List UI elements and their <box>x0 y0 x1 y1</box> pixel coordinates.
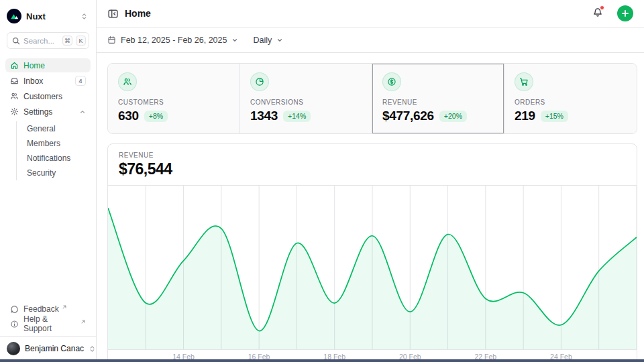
notifications-button[interactable] <box>592 7 603 20</box>
notification-dot <box>600 5 604 10</box>
plus-icon <box>621 9 629 17</box>
sidebar-item-members[interactable]: Members <box>23 136 91 151</box>
sidebar-item-label: Inbox <box>23 76 70 86</box>
chart-plot[interactable] <box>108 186 637 350</box>
search-icon <box>12 37 20 45</box>
chart-metric-label: REVENUE <box>119 152 626 159</box>
user-name: Benjamin Canac <box>25 344 84 353</box>
stats-row: CUSTOMERS 630 +8% CONVERSIONS 1343 +14% <box>107 63 637 134</box>
sidebar-item-notifications[interactable]: Notifications <box>23 151 91 166</box>
external-link-icon <box>80 319 86 324</box>
sidebar-item-label: Home <box>23 61 86 70</box>
date-range-picker[interactable]: Feb 12, 2025 - Feb 26, 2025 <box>107 36 238 45</box>
stat-card-revenue[interactable]: REVENUE $477,626 +20% <box>372 64 504 133</box>
settings-subnav: General Members Notifications Security <box>16 121 91 180</box>
stat-card-conversions[interactable]: CONVERSIONS 1343 +14% <box>240 64 372 133</box>
stat-value: 1343 <box>250 109 278 123</box>
revenue-chart-svg <box>108 186 637 350</box>
nuxt-logo <box>7 9 21 23</box>
inbox-icon <box>10 76 19 85</box>
stat-delta-badge: +14% <box>283 111 311 122</box>
stat-card-orders[interactable]: ORDERS 219 +15% <box>504 64 637 133</box>
sidebar-item-security[interactable]: Security <box>23 166 91 180</box>
chart-metric-value: $76,544 <box>119 160 626 178</box>
user-menu[interactable]: Benjamin Canac <box>5 337 91 357</box>
sidebar-item-settings[interactable]: Settings <box>5 105 91 119</box>
sidebar: Nuxt ⌘ K Home <box>0 0 97 362</box>
sidebar-item-label: Settings <box>23 107 74 117</box>
message-bubble-icon <box>10 305 19 314</box>
filters-toolbar: Feb 12, 2025 - Feb 26, 2025 Daily <box>97 27 644 53</box>
stat-value: 630 <box>118 109 139 123</box>
chevron-up-down-icon <box>80 13 88 20</box>
stat-value: 219 <box>515 109 535 123</box>
help-support-link[interactable]: Help & Support <box>5 316 91 331</box>
page-title: Home <box>125 8 586 19</box>
granularity-select[interactable]: Daily <box>253 36 283 45</box>
chevron-down-icon <box>231 37 238 44</box>
stat-label: CONVERSIONS <box>250 99 362 106</box>
chevron-down-icon <box>276 37 283 44</box>
info-circle-icon <box>10 320 19 328</box>
panel-left-close-icon[interactable] <box>107 8 119 19</box>
foot-link-label: Help & Support <box>23 314 78 333</box>
revenue-chart-card: REVENUE $76,544 14 Feb 16 Feb 18 Feb 20 … <box>107 143 637 362</box>
kbd-cmd: ⌘ <box>62 36 72 46</box>
search-input-wrapper[interactable]: ⌘ K <box>7 32 89 49</box>
date-range-label: Feb 12, 2025 - Feb 26, 2025 <box>121 36 227 45</box>
workspace-name: Nuxt <box>26 11 76 21</box>
page-header: Home <box>97 0 644 27</box>
search-input[interactable] <box>23 37 59 45</box>
sidebar-item-home[interactable]: Home <box>5 58 91 72</box>
sidebar-item-inbox[interactable]: Inbox 4 <box>5 74 91 88</box>
stat-value: $477,626 <box>382 109 434 123</box>
users-icon <box>10 92 19 101</box>
page-content: CUSTOMERS 630 +8% CONVERSIONS 1343 +14% <box>97 53 644 362</box>
avatar <box>7 342 20 355</box>
shopping-cart-icon <box>515 72 533 91</box>
stat-label: CUSTOMERS <box>118 99 229 106</box>
subnav-label: Security <box>27 168 56 178</box>
sidebar-item-customers[interactable]: Customers <box>5 89 91 103</box>
stat-delta-badge: +15% <box>541 111 568 122</box>
stat-delta-badge: +20% <box>439 111 467 122</box>
sidebar-nav: Home Inbox 4 Customers <box>5 58 91 180</box>
foot-link-label: Feedback <box>23 304 59 314</box>
users-icon <box>118 72 137 91</box>
subnav-label: Notifications <box>27 154 70 163</box>
stat-delta-badge: +8% <box>144 111 168 122</box>
kbd-k: K <box>76 36 86 46</box>
stat-label: ORDERS <box>515 99 627 106</box>
window-bottom-edge <box>0 359 644 362</box>
sidebar-item-label: Customers <box>23 92 86 101</box>
chart-pie-icon <box>250 72 269 91</box>
circle-dollar-icon <box>382 72 401 91</box>
main-area: Home <box>97 0 644 362</box>
stat-label: REVENUE <box>382 99 494 106</box>
sidebar-item-general[interactable]: General <box>23 121 91 136</box>
chevron-up-icon <box>79 109 86 115</box>
chevron-up-down-icon <box>89 345 96 353</box>
granularity-label: Daily <box>253 36 272 45</box>
inbox-badge: 4 <box>75 76 86 86</box>
gear-icon <box>10 107 19 116</box>
calendar-icon <box>107 36 116 44</box>
subnav-label: Members <box>27 139 60 148</box>
workspace-switcher[interactable]: Nuxt <box>5 5 91 27</box>
stat-card-customers[interactable]: CUSTOMERS 630 +8% <box>108 64 240 133</box>
chart-header: REVENUE $76,544 <box>108 144 637 186</box>
external-link-icon <box>62 304 67 310</box>
home-icon <box>10 61 19 70</box>
subnav-label: General <box>27 124 56 133</box>
add-button[interactable] <box>617 5 633 21</box>
